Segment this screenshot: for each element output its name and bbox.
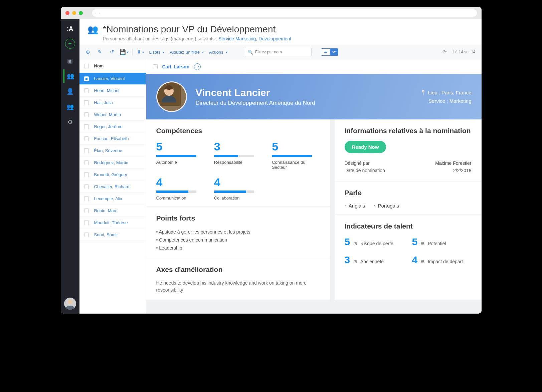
list-row[interactable]: Henri, Michel	[79, 85, 146, 97]
row-checkbox[interactable]	[84, 148, 89, 153]
skill-score: 4	[214, 176, 262, 188]
nomination-date-label: Date de nomination	[345, 168, 385, 173]
app-window: ‹ › :A + ▣ 👥 👤 👥 ⚙ 👥 *Nominations pour V…	[61, 7, 482, 314]
view-card-icon[interactable]: 👁	[330, 48, 338, 56]
skill-bar	[156, 190, 196, 193]
nav-person-icon[interactable]: 👤	[63, 85, 77, 98]
search-icon: 🔍	[248, 50, 253, 55]
row-name: Robin, Marc	[94, 208, 118, 213]
profile-avatar	[156, 81, 187, 112]
list-row[interactable]: Roger, Jerôme	[79, 121, 146, 133]
strength-item: Aptitude à gérer les personnes et les pr…	[156, 228, 320, 236]
list-row[interactable]: Lecompte, Alix	[79, 193, 146, 205]
nomination-date-value: 2/2/2018	[453, 168, 472, 173]
row-name: Hall, Julia	[94, 100, 113, 105]
page-subtitle: Personnes affichant un des tags (marqueu…	[103, 36, 474, 41]
list-row[interactable]: Foucau, Elisabeth	[79, 133, 146, 145]
side-rail: :A + ▣ 👥 👤 👥 ⚙	[61, 19, 79, 314]
skill-item: 5Autonomie	[156, 141, 204, 170]
page-title: *Nominations pour VP du Développement	[103, 24, 276, 35]
tag-filter-link[interactable]: Service Marketing, Développement	[218, 36, 291, 41]
refresh-icon[interactable]: ⟳	[440, 47, 449, 57]
row-checkbox[interactable]	[84, 197, 89, 201]
list-row[interactable]: Lancier, Vincent	[79, 73, 146, 85]
skill-item: 4Collaboration	[214, 176, 262, 201]
search-box[interactable]: 🔍	[245, 48, 312, 56]
indicator-item: 4/5Impact de départ	[412, 254, 472, 266]
download-icon[interactable]: ⬇	[136, 47, 145, 57]
search-input[interactable]	[255, 50, 309, 54]
row-checkbox[interactable]	[84, 88, 89, 93]
row-name: Roger, Jerôme	[94, 124, 123, 129]
indicator-item: 5/5Risque de perte	[345, 236, 404, 248]
nav-group-icon[interactable]: 👥	[63, 100, 77, 113]
row-checkbox[interactable]	[84, 112, 89, 117]
nav-org-icon[interactable]: ▣	[63, 54, 77, 67]
language-item: Anglais	[345, 203, 365, 209]
row-checkbox[interactable]	[84, 221, 89, 225]
browser-urlbar[interactable]: ‹ ›	[92, 9, 477, 17]
skill-score: 5	[272, 141, 320, 152]
save-icon[interactable]: 💾	[120, 47, 129, 57]
list-row[interactable]: Souri, Samir	[79, 229, 146, 241]
list-row[interactable]: Rodriguez, Martin	[79, 157, 146, 169]
list-header: Nom	[79, 59, 146, 73]
col-name-header: Nom	[94, 63, 104, 68]
lists-dropdown[interactable]: Listes	[148, 50, 166, 55]
row-checkbox[interactable]	[84, 233, 89, 237]
chevron-left-icon[interactable]: ‹	[96, 11, 97, 15]
list-row[interactable]: Mauduit, Thérèse	[79, 217, 146, 229]
list-row[interactable]: Hall, Julia	[79, 97, 146, 109]
profile-name: Vincent Lancier	[196, 87, 412, 98]
list-row[interactable]: Weber, Martin	[79, 109, 146, 121]
indicator-score: 5	[412, 236, 418, 248]
row-checkbox[interactable]	[84, 124, 89, 129]
readiness-badge: Ready Now	[345, 141, 386, 153]
prev-record-checkbox[interactable]	[153, 64, 158, 69]
profile-hero: Vincent Lancier Directeur du Développeme…	[146, 74, 482, 119]
row-checkbox[interactable]	[84, 172, 89, 177]
list-row[interactable]: Brunetti, Grégory	[79, 169, 146, 181]
list-row[interactable]: Élan, Séverine	[79, 145, 146, 157]
add-icon[interactable]: ⊕	[83, 47, 93, 57]
app-logo-icon[interactable]: :A	[63, 22, 77, 35]
window-close-icon[interactable]	[65, 11, 69, 15]
list-row[interactable]: Chevalier, Richard	[79, 181, 146, 193]
strengths-section: Points forts Aptitude à gérer les person…	[146, 207, 330, 258]
row-checkbox[interactable]	[84, 136, 89, 141]
select-all-checkbox[interactable]	[84, 64, 89, 68]
chevron-right-icon[interactable]: ›	[99, 11, 100, 15]
indicator-of: /5	[421, 241, 424, 246]
edit-icon[interactable]: ✎	[96, 47, 105, 57]
list-row[interactable]: Robin, Marc	[79, 205, 146, 217]
row-checkbox[interactable]	[84, 209, 89, 213]
indicator-of: /5	[353, 241, 357, 246]
add-button[interactable]: +	[65, 39, 75, 49]
nav-settings-icon[interactable]: ⚙	[63, 115, 77, 129]
skill-label: Responsabilité	[214, 160, 262, 165]
strength-item: Compétences en communication	[156, 236, 320, 244]
view-list-icon[interactable]: ≣	[321, 48, 331, 56]
window-maximize-icon[interactable]	[79, 11, 83, 15]
row-name: Élan, Séverine	[94, 148, 123, 153]
open-external-icon[interactable]: ↗	[194, 63, 201, 70]
row-name: Mauduit, Thérèse	[94, 220, 128, 225]
competences-title: Compétences	[156, 127, 320, 135]
row-checkbox[interactable]	[84, 160, 89, 165]
row-checkbox[interactable]	[84, 76, 89, 81]
actions-dropdown[interactable]: Actions	[208, 50, 229, 55]
prev-record-name[interactable]: Carl, Larson	[162, 64, 190, 69]
designated-by-value: Maxime Forestier	[435, 160, 471, 166]
row-checkbox[interactable]	[84, 100, 89, 105]
nav-people-icon[interactable]: 👥	[63, 69, 77, 83]
current-user-avatar[interactable]	[64, 298, 76, 310]
row-checkbox[interactable]	[84, 184, 89, 189]
indicators-section: Indicateurs de talent 5/5Risque de perte…	[335, 215, 482, 272]
history-icon[interactable]: ↺	[108, 47, 117, 57]
window-minimize-icon[interactable]	[72, 11, 76, 15]
nomination-title: Informations relatives à la nomination	[345, 127, 472, 135]
add-filter-dropdown[interactable]: Ajoutez un filtre	[168, 50, 205, 55]
indicator-score: 4	[412, 254, 418, 266]
improvement-text: He needs to develop his industry knowled…	[156, 280, 320, 294]
view-toggle: ≣ 👁	[321, 48, 338, 56]
